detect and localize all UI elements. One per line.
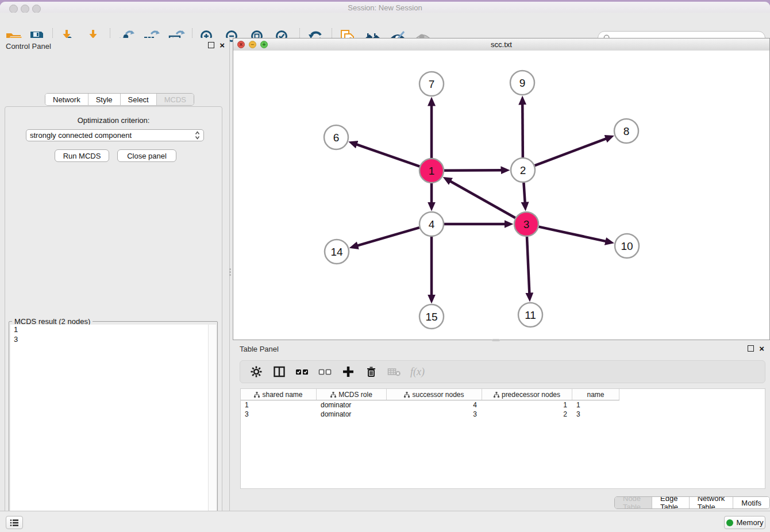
graph-node-2[interactable]: 2	[511, 158, 535, 182]
deselect-all-checkboxes-icon[interactable]	[318, 365, 332, 379]
graph-node-label: 6	[333, 132, 340, 144]
optimization-criterion-label: Optimization criterion:	[5, 116, 222, 125]
column-header-predecessor-nodes[interactable]: predecessor nodes	[482, 389, 572, 400]
graph-node-label: 14	[330, 246, 343, 258]
tab-node-table[interactable]: Node Table	[615, 497, 652, 508]
graph-edge-3-10[interactable]	[538, 227, 606, 241]
control-panel-title: Control Panel	[6, 42, 51, 51]
automation-panel-button[interactable]	[6, 516, 23, 529]
delete-table-icon	[387, 365, 401, 379]
column-header-successor-nodes[interactable]: successor nodes	[387, 389, 482, 400]
cell-name[interactable]: 3	[572, 410, 619, 419]
graph-node-9[interactable]: 9	[510, 71, 534, 95]
graph-node-6[interactable]: 6	[324, 125, 348, 149]
control-panel-close-icon[interactable]: ×	[220, 42, 225, 48]
cell-predecessor-nodes[interactable]: 2	[482, 410, 572, 419]
cell-successor-nodes[interactable]: 4	[387, 400, 482, 410]
tab-network-table[interactable]: Network Table	[690, 497, 734, 508]
graph-node-10[interactable]: 10	[615, 234, 639, 258]
column-header-shared-name[interactable]: shared name	[241, 389, 317, 400]
tab-edge-table[interactable]: Edge Table	[652, 497, 690, 508]
graph-edge-4-14[interactable]	[357, 228, 419, 246]
tab-mcds[interactable]: MCDS	[157, 94, 194, 105]
main-toolbar	[0, 13, 770, 38]
title-bar: Session: New Session	[0, 2, 770, 13]
graph-node-label: 11	[525, 309, 536, 321]
network-window-titlebar: × − + scc.txt	[233, 38, 769, 51]
cell-mcds-role[interactable]: dominator	[317, 410, 387, 419]
toggle-panel-icon[interactable]	[272, 365, 286, 379]
graph-edge-3-1[interactable]	[450, 181, 515, 218]
graph-node-1[interactable]: 1	[419, 159, 444, 183]
memory-status-icon	[726, 519, 733, 526]
panel-split-handle[interactable]	[228, 268, 232, 276]
mcds-result-list[interactable]: 1 3	[10, 325, 216, 532]
graph-node-11[interactable]: 11	[518, 303, 542, 327]
graph-node-14[interactable]: 14	[325, 240, 349, 264]
graph-node-label: 8	[623, 125, 630, 137]
network-canvas[interactable]: 1234678910111415	[233, 51, 769, 340]
close-panel-button[interactable]: Close panel	[117, 149, 176, 162]
graph-node-3[interactable]: 3	[514, 212, 538, 236]
run-mcds-button[interactable]: Run MCDS	[55, 149, 109, 162]
table-panel-float-icon[interactable]	[748, 345, 754, 352]
graph-node-label: 4	[429, 218, 435, 230]
column-header-mcds-role[interactable]: MCDS role	[317, 389, 387, 400]
cell-shared-name[interactable]: 3	[241, 410, 317, 419]
mcds-panel: Optimization criterion: strongly connect…	[5, 106, 222, 532]
network-window-title: scc.txt	[233, 40, 769, 49]
select-stepper-icon	[195, 131, 200, 140]
cell-predecessor-nodes[interactable]: 1	[482, 400, 572, 410]
column-type-icon	[330, 392, 336, 398]
table-panel: Table Panel ×	[233, 342, 770, 511]
graph-edge-2-8[interactable]	[535, 138, 607, 165]
node-table: shared name MCDS role successor nodes pr…	[240, 388, 765, 489]
result-scrollbar[interactable]	[208, 325, 216, 532]
table-panel-close-icon[interactable]: ×	[759, 345, 764, 352]
tab-select[interactable]: Select	[121, 94, 157, 105]
graph-edge-2-3[interactable]	[523, 183, 525, 203]
network-table-split-handle[interactable]	[492, 339, 500, 341]
select-all-checkboxes-icon[interactable]	[295, 365, 309, 379]
graph-node-15[interactable]: 15	[419, 304, 444, 329]
graph-edges	[356, 104, 606, 295]
graph-node-8[interactable]: 8	[614, 119, 638, 143]
graph-node-label: 10	[621, 240, 633, 252]
control-panel-float-icon[interactable]	[208, 42, 214, 48]
graph-node-7[interactable]: 7	[419, 72, 444, 96]
delete-column-trash-icon[interactable]	[364, 365, 378, 379]
table-toolbar: f(x)	[240, 360, 765, 383]
screen: Session: New Session	[0, 0, 770, 532]
graph-node-label: 9	[519, 77, 526, 89]
table-header-row: shared name MCDS role successor nodes pr…	[241, 389, 619, 400]
graph-node-label: 7	[429, 78, 435, 90]
add-column-icon[interactable]	[341, 365, 355, 379]
cell-shared-name[interactable]: 1	[241, 400, 317, 410]
control-panel-tabs: Network Style Select MCDS	[45, 93, 194, 106]
table-panel-tabs: Node Table Edge Table Network Table Moti…	[614, 496, 770, 509]
graph-edge-2-9[interactable]	[522, 104, 523, 157]
graph-node-label: 1	[429, 165, 435, 177]
tab-motifs[interactable]: Motifs	[733, 497, 769, 508]
graph-node-4[interactable]: 4	[419, 212, 444, 236]
graph-svg: 1234678910111415	[233, 51, 769, 340]
control-panel: Control Panel × Network Style Select MCD…	[0, 38, 230, 511]
cell-mcds-role[interactable]: dominator	[317, 400, 387, 410]
column-type-icon	[404, 392, 410, 398]
table-row[interactable]: 1 dominator 4 1 1	[241, 400, 619, 410]
table-row[interactable]: 3 dominator 3 2 3	[241, 410, 619, 419]
status-bar: Memory	[0, 511, 770, 532]
memory-button[interactable]: Memory	[724, 516, 765, 529]
criterion-select[interactable]: strongly connected component	[26, 129, 204, 141]
graph-node-label: 2	[520, 164, 526, 176]
tab-style[interactable]: Style	[88, 94, 121, 105]
column-header-name[interactable]: name	[572, 389, 619, 400]
graph-edge-1-2[interactable]	[444, 170, 502, 171]
window-title: Session: New Session	[0, 3, 770, 12]
settings-gear-icon[interactable]	[249, 365, 263, 379]
graph-edge-3-11[interactable]	[527, 237, 529, 294]
cell-name[interactable]: 1	[572, 400, 619, 410]
graph-edge-1-6[interactable]	[356, 144, 419, 167]
tab-network[interactable]: Network	[45, 94, 88, 105]
cell-successor-nodes[interactable]: 3	[387, 410, 482, 419]
